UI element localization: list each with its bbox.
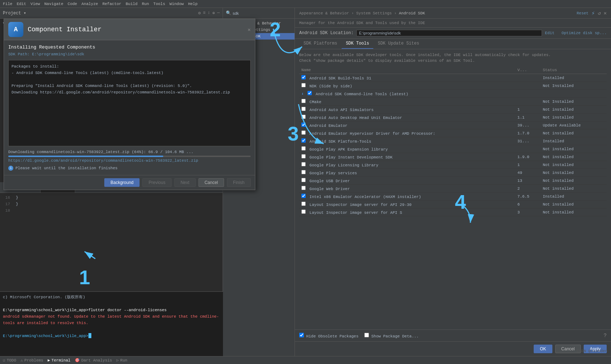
menu-code[interactable]: Code (68, 2, 77, 6)
lightning-icon[interactable]: ⚡ (591, 10, 595, 17)
menu-help[interactable]: Help (188, 2, 197, 6)
menu-tools[interactable]: Tools (153, 2, 165, 6)
toolbar-icons: ⚙ ≡ ↕ ⊕ — (198, 10, 220, 16)
cell-version: 2 (515, 185, 541, 193)
code-area: } } (16, 194, 220, 207)
log-line-5: Downloading https://dl.google.com/androi… (12, 89, 247, 96)
sdk-location-input[interactable] (356, 30, 542, 36)
tab-todo[interactable]: ☑ TODO (3, 358, 16, 363)
progress-bar-fill (8, 156, 163, 157)
sdk-checkbox-8[interactable] (301, 138, 306, 143)
component-installer-dialog: A Component Installer ✕ Installing Reque… (4, 19, 255, 190)
cell-name: Android Emulator (299, 121, 515, 129)
sdk-checkbox-7[interactable] (301, 130, 306, 135)
todo-icon: ☑ (3, 358, 5, 363)
table-row: Layout Inspector image server for API S … (299, 208, 607, 216)
expand-icon[interactable]: ↕ (208, 10, 210, 16)
cell-version: 1.7.0 (515, 129, 541, 137)
tab-terminal[interactable]: ▶ Terminal (47, 358, 70, 363)
cell-version: 31... (515, 137, 541, 145)
table-row: Layout Inspector image server for API 29… (299, 201, 607, 208)
settings-breadcrumb-bar: Appearance & Behavior › System Settings … (295, 8, 611, 18)
menu-run[interactable]: Run (142, 2, 149, 6)
settings-icon[interactable]: ⚙ (198, 10, 201, 16)
tab-sdk-update-sites[interactable]: SDK Update Sites (373, 39, 423, 49)
logo-letter: A (14, 26, 18, 33)
refresh-icon[interactable]: ↺ (598, 10, 601, 16)
menu-view[interactable]: View (31, 2, 40, 6)
show-package-label[interactable]: Show Package Deta... (364, 333, 419, 338)
cell-version (515, 98, 541, 106)
cell-name: Android Auto Desktop Head Unit Emulator (299, 114, 515, 121)
settings-description: Manager for the Android SDK and Tools us… (295, 19, 611, 28)
tab-sdk-tools[interactable]: SDK Tools (342, 39, 374, 49)
sdk-checkbox-10[interactable] (301, 154, 306, 158)
search-input[interactable] (233, 11, 292, 15)
todo-label: TODO (7, 358, 16, 363)
menu-analyze[interactable]: Analyze (81, 2, 98, 6)
sdk-checkbox-17[interactable] (301, 209, 306, 214)
previous-button[interactable]: Previous (142, 178, 172, 187)
sdk-checkbox-6[interactable] (301, 123, 306, 127)
cell-name: Layout Inspector image server for API S (299, 208, 515, 216)
sdk-checkbox-1[interactable] (301, 83, 306, 87)
installer-buttons: Background Previous Next Cancel Finish (4, 175, 255, 190)
finish-button[interactable]: Finish (227, 178, 251, 187)
tab-sdk-platforms[interactable]: SDK Platforms (299, 39, 342, 49)
hide-obsolete-checkbox[interactable] (299, 333, 304, 337)
cell-version: 49 (515, 169, 541, 177)
table-row: Google Play services 49 Not installed (299, 169, 607, 177)
cell-status: Not installed (541, 177, 607, 185)
terminal-icon: ▶ (47, 358, 50, 363)
table-row: Google Web Driver 2 Not installed (299, 185, 607, 193)
cell-name: Layout Inspector image server for API 29… (299, 201, 515, 208)
tab-problems[interactable]: ⚠ Problems (20, 358, 43, 363)
sdk-checkbox-5[interactable] (301, 115, 306, 119)
sdk-checkbox-15[interactable] (301, 194, 306, 198)
installer-log: Packages to install: - Android SDK Comma… (8, 60, 251, 146)
sdk-checkbox-9[interactable] (301, 146, 306, 151)
col-name: Name (299, 66, 515, 74)
cell-name: Google Play services (299, 169, 515, 177)
gear-icon[interactable]: ⊕ (213, 10, 215, 16)
menu-navigate[interactable]: Navigate (44, 2, 63, 6)
sdk-description: Below are the available SDK developer to… (299, 52, 607, 64)
ok-button[interactable]: OK (534, 345, 552, 353)
menu-edit[interactable]: Edit (17, 2, 26, 6)
sdk-checkbox-4[interactable] (301, 107, 306, 111)
cell-version: 1.9.0 (515, 153, 541, 161)
next-button[interactable]: Next (174, 178, 196, 187)
cell-name: Android Auto API Simulators (299, 106, 515, 114)
sdk-checkbox-2[interactable] (307, 91, 312, 95)
minus-icon[interactable]: — (217, 10, 220, 16)
hide-obsolete-label[interactable]: Hide Obsolete Packages (299, 333, 359, 338)
sdk-location-actions[interactable]: Edit Optimize disk sp... (545, 31, 607, 35)
cancel-installer-button[interactable]: Cancel (199, 178, 224, 187)
installer-section-title: Installing Requested Components (8, 45, 251, 50)
reset-label[interactable]: Reset (576, 11, 588, 15)
sdk-checkbox-11[interactable] (301, 162, 306, 166)
sdk-checkbox-16[interactable] (301, 202, 306, 206)
sdk-checkbox-0[interactable] (301, 75, 306, 79)
menu-file[interactable]: File (3, 2, 12, 6)
cell-status: Not installed (541, 106, 607, 114)
layout-icon[interactable]: ≡ (203, 10, 205, 16)
close-button[interactable]: ✕ (248, 27, 251, 33)
topright-close-icon[interactable]: ✕ (604, 10, 607, 16)
sdk-checkbox-12[interactable] (301, 170, 306, 174)
table-row: Android Emulator 39... Update Available (299, 121, 607, 129)
menu-window[interactable]: Window (169, 2, 184, 6)
show-package-checkbox[interactable] (364, 333, 369, 337)
menu-build[interactable]: Build (126, 2, 137, 6)
tab-run[interactable]: ▷ Run (117, 358, 127, 363)
sdk-checkbox-3[interactable] (301, 99, 306, 103)
sdk-checkbox-13[interactable] (301, 178, 306, 182)
table-row: Android Auto API Simulators 1 Not instal… (299, 106, 607, 114)
sdk-table: Name V... Status Android SDK Build-Tools… (299, 66, 607, 216)
project-label: Project ▾ (3, 10, 26, 16)
sdk-checkbox-14[interactable] (301, 186, 306, 190)
menu-refactor[interactable]: Refactor (102, 2, 122, 6)
background-button[interactable]: Background (104, 178, 140, 187)
help-icon[interactable]: ? (604, 333, 607, 338)
tab-dart-analysis[interactable]: 🎯 Dart Analysis (75, 358, 112, 363)
